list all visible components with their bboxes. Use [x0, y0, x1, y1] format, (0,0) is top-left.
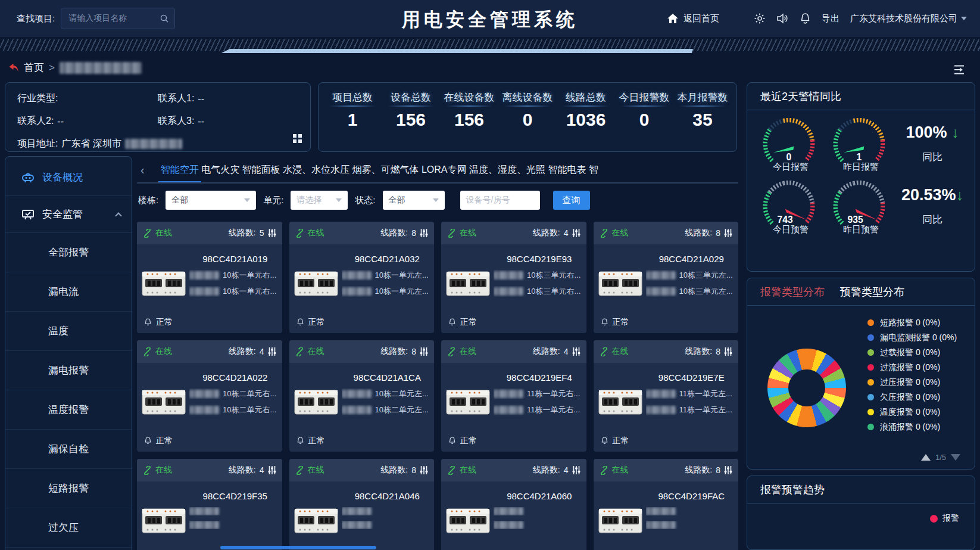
device-card[interactable]: 在线 线路数: 8 98CC4D21A032 10栋一单元左... 10栋一单元…	[289, 222, 435, 333]
project-search-input[interactable]: 请输入项目名称	[61, 8, 175, 29]
sliders-icon[interactable]	[420, 347, 428, 356]
location-redacted	[646, 287, 676, 296]
device-card[interactable]: 在线 线路数: 5 98CC4D21A019 10栋一单元右... 10栋一单元…	[137, 222, 282, 333]
location-redacted	[342, 406, 372, 414]
tab-item[interactable]: LORA专网	[422, 159, 467, 182]
sidebar-subitem[interactable]: 过欠压	[5, 508, 132, 548]
breaker-image	[446, 387, 490, 418]
project-search-label: 查找项目:	[17, 13, 55, 24]
sliders-icon[interactable]	[572, 465, 580, 475]
breadcrumb-home[interactable]: 首页	[24, 61, 44, 74]
tab-item[interactable]: 水浸、水位水压	[283, 159, 349, 182]
company-selector[interactable]: 广东艾科技术股份有限公司	[850, 13, 967, 24]
stat-item: 在线设备数 156	[442, 91, 497, 148]
breaker-image	[446, 505, 490, 536]
query-button[interactable]: 查询	[553, 191, 590, 210]
location-redacted	[646, 521, 676, 529]
sidebar-subitem[interactable]: 漏保自检	[5, 430, 132, 469]
device-card[interactable]: 在线 线路数: 8 98CC4D21A046 正常	[289, 459, 435, 550]
sidebar-subitem[interactable]: 温度报警	[5, 390, 132, 430]
sidebar-subitem[interactable]: 漏电流	[5, 272, 132, 312]
sidebar-subitem[interactable]: 全部报警	[5, 233, 132, 272]
legend-dot	[867, 334, 874, 341]
sliders-icon[interactable]	[268, 465, 276, 475]
tab-warning-distribution[interactable]: 预警类型分布	[840, 285, 904, 299]
export-button[interactable]: 导出	[822, 13, 839, 24]
tab-item[interactable]: 电气火灾	[201, 159, 239, 182]
page-down-icon[interactable]	[951, 454, 960, 461]
svg-text:935: 935	[848, 215, 863, 225]
horizontal-scrollbar[interactable]	[220, 546, 376, 549]
tab-item[interactable]: 智能电表	[548, 159, 586, 182]
grid-icon[interactable]	[293, 134, 302, 143]
device-card[interactable]: 在线 线路数: 8 98CC4D21A1CA 10栋二单元左... 10栋二单元…	[289, 340, 435, 452]
gauge-yesterday-alarm: 1 昨日报警	[826, 114, 896, 173]
sidebar-subitem[interactable]: 过流过载	[5, 548, 132, 550]
sliders-icon[interactable]	[724, 347, 732, 356]
lines-count: 8	[716, 228, 720, 238]
sidebar-subitem[interactable]: 温度	[5, 312, 132, 351]
tab-item[interactable]: 智	[589, 159, 598, 182]
back-home-button[interactable]: 返回首页	[667, 13, 719, 24]
sidebar-subitem[interactable]: 漏电报警	[5, 351, 132, 390]
device-card[interactable]: 在线 线路数: 4 98CC4D219EF4 11栋一单元右... 11栋一单元…	[441, 340, 586, 452]
tabs-scroll-left-icon[interactable]: ‹	[141, 164, 145, 176]
gauge-today-alarm: 0 今日报警	[756, 114, 826, 173]
legend-label: 漏电监测报警 0 (0%)	[880, 333, 957, 343]
sidebar-subitem-label: 漏电流	[48, 285, 79, 299]
device-card[interactable]: 在线 线路数: 4 98CC4D21A022 10栋二单元右... 10栋二单元…	[137, 340, 282, 452]
sliders-icon[interactable]	[572, 347, 580, 356]
device-number-input[interactable]: 设备号/房号	[460, 191, 540, 210]
sliders-icon[interactable]	[420, 228, 428, 238]
type-distribution-panel: 报警类型分布 预警类型分布 短路报警 0 (0%) 漏电监测报警 0 (0%) …	[747, 278, 975, 470]
unit-select[interactable]: 请选择	[291, 191, 348, 210]
device-location-2: 11栋一单元左...	[679, 405, 732, 415]
status-select[interactable]: 全部	[383, 191, 445, 210]
search-icon[interactable]	[160, 14, 169, 23]
sidebar-item-safety-monitor[interactable]: 安全监管	[5, 196, 132, 233]
stat-item: 本月报警数 35	[675, 91, 730, 148]
sliders-icon[interactable]	[572, 228, 580, 238]
sliders-icon[interactable]	[420, 465, 428, 475]
device-card[interactable]: 在线 线路数: 8 98CC4D219FAC 正常	[594, 459, 739, 550]
back-arrow-icon[interactable]	[8, 63, 19, 73]
device-card[interactable]: 在线 线路数: 8 98CC4D219E7E 11栋一单元左... 11栋一单元…	[594, 340, 739, 452]
legend-label: 欠压报警 0 (0%)	[880, 392, 940, 403]
building-select[interactable]: 全部	[166, 191, 256, 210]
device-state: 正常	[308, 436, 325, 446]
tab-item[interactable]: 智能空开	[161, 159, 199, 182]
sidebar-item-device-overview[interactable]: 设备概况	[5, 159, 132, 196]
sliders-icon[interactable]	[268, 347, 276, 356]
tab-alarm-distribution[interactable]: 报警类型分布	[760, 285, 825, 299]
tab-item[interactable]: 智能面板	[242, 159, 280, 182]
device-card[interactable]: 在线 线路数: 8 98CC4D21A029 10栋三单元左... 10栋三单元…	[594, 222, 739, 333]
bell-icon	[144, 318, 152, 327]
lines-count: 4	[564, 465, 569, 475]
collapse-panel-icon[interactable]	[953, 64, 966, 75]
page-indicator: 1/5	[935, 453, 946, 462]
sliders-icon[interactable]	[724, 228, 732, 238]
notification-bell-icon[interactable]	[800, 13, 811, 24]
device-location-2: 10栋三单元左...	[679, 286, 733, 297]
sliders-icon[interactable]	[724, 465, 732, 475]
top-header: 查找项目: 请输入项目名称 用电安全管理系统 返回首页 导出 广东艾科技术股份有…	[0, 0, 980, 37]
sound-speaker-icon[interactable]	[776, 13, 789, 24]
tab-item[interactable]: 温度、湿度、光照	[469, 159, 545, 182]
device-id: 98CC4D219E93	[492, 254, 586, 264]
location-redacted	[646, 390, 676, 398]
sidebar-subitem[interactable]: 短路报警	[5, 469, 132, 508]
device-card[interactable]: 在线 线路数: 4 98CC4D219E93 10栋三单元右... 10栋三单元…	[441, 222, 586, 333]
breaker-image	[142, 268, 186, 299]
gauge-label: 昨日报警	[826, 161, 896, 173]
page-up-icon[interactable]	[921, 454, 931, 461]
sliders-icon[interactable]	[268, 228, 276, 238]
location-redacted	[646, 507, 676, 515]
tab-item[interactable]: 烟雾、可燃气体	[352, 159, 419, 182]
device-card[interactable]: 在线 线路数: 4 98CC4D21A060 正常	[441, 459, 586, 550]
breaker-image	[446, 268, 490, 299]
settings-gear-icon[interactable]	[754, 13, 766, 24]
trend-legend: 报警	[930, 513, 959, 524]
stat-item: 今日报警数 0	[617, 91, 672, 148]
device-card[interactable]: 在线 线路数: 4 98CC4D219F35 正常	[137, 459, 282, 550]
gauge-label: 今日报警	[756, 161, 826, 173]
